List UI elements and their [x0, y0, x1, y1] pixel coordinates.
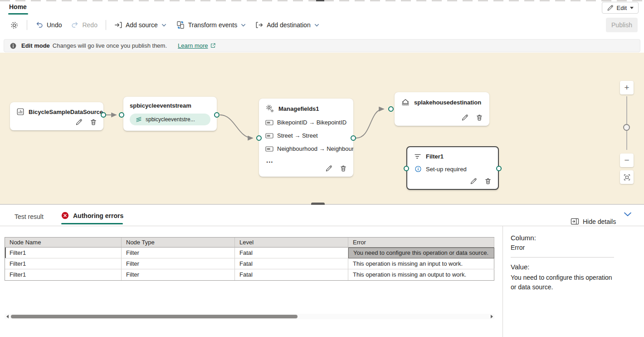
stream-pill-label: spbicycleeventstre...	[146, 116, 195, 123]
field-icon	[265, 133, 273, 139]
tab-test-result[interactable]: Test result	[15, 213, 44, 220]
add-destination-icon	[255, 21, 263, 29]
scroll-right-arrow[interactable]	[489, 314, 494, 319]
lakehouse-icon	[401, 98, 410, 107]
value-label: Value:	[511, 263, 644, 271]
fit-to-view-button[interactable]	[620, 170, 634, 184]
redo-button[interactable]: Redo	[66, 18, 102, 32]
fit-to-view-icon	[623, 173, 631, 181]
edge-managefields-to-destination	[356, 109, 384, 138]
selected-error-cell[interactable]: You need to configure this operation or …	[348, 248, 494, 258]
stream-waves-icon	[135, 116, 142, 123]
stream-pill[interactable]: spbicycleeventstre...	[130, 114, 210, 125]
chevron-down-icon	[630, 7, 634, 9]
column-header-node-name[interactable]: Node Name	[5, 238, 122, 248]
column-header-level[interactable]: Level	[235, 238, 348, 248]
field-icon	[265, 146, 273, 152]
toolbar-separator	[106, 20, 106, 30]
zoom-out-button[interactable]: −	[620, 154, 634, 167]
edit-pencil-icon[interactable]	[325, 165, 332, 172]
output-port[interactable]	[351, 135, 356, 141]
input-port[interactable]	[388, 106, 394, 112]
zoom-in-button[interactable]: +	[620, 81, 634, 94]
eventstream-editor: Home Edit Undo Redo	[0, 0, 644, 337]
edit-pencil-icon[interactable]	[470, 178, 477, 185]
transform-events-label: Transform events	[188, 21, 237, 29]
chevron-down-icon	[161, 22, 167, 28]
add-destination-label: Add destination	[267, 21, 311, 29]
undo-button[interactable]: Undo	[31, 18, 66, 32]
delete-trash-icon[interactable]	[340, 165, 347, 172]
plus-icon: +	[624, 83, 629, 93]
zoom-slider-track[interactable]	[626, 96, 627, 150]
delete-trash-icon[interactable]	[484, 178, 492, 185]
filter-icon	[414, 152, 422, 160]
table-row[interactable]: Filter1 Filter Fatal This operation is m…	[5, 269, 494, 280]
transform-events-icon	[176, 20, 185, 30]
info-circle-icon	[415, 165, 422, 173]
add-source-icon	[114, 21, 122, 29]
command-toolbar: Undo Redo Add source Transform events	[0, 15, 644, 35]
setup-required-status: Set-up required	[407, 160, 498, 173]
bar-chart-icon	[16, 108, 24, 116]
add-source-button[interactable]: Add source	[110, 18, 171, 32]
minus-icon: −	[624, 155, 629, 165]
external-link-icon	[210, 43, 216, 49]
node-title: Filter1	[426, 153, 444, 160]
table-row[interactable]: Filter1 Filter Fatal This operation is m…	[5, 258, 494, 269]
output-port[interactable]	[101, 112, 106, 118]
add-source-label: Add source	[126, 21, 158, 29]
results-panel: Test result Authoring errors Hide detail…	[0, 205, 644, 337]
scroll-left-arrow[interactable]	[5, 314, 10, 319]
cell-details-panel: Column: Error Value: You need to configu…	[503, 226, 644, 337]
edge-stream-to-managefields	[220, 115, 253, 138]
node-splakehousedestination[interactable]: splakehousedestination	[395, 92, 489, 126]
info-icon	[10, 42, 17, 50]
eventstream-canvas[interactable]: BicycleSampleDataSource spbicycleeventst…	[0, 53, 644, 204]
double-gear-icon	[265, 104, 274, 113]
input-port[interactable]	[119, 112, 124, 118]
node-title: Managefields1	[278, 105, 319, 112]
learn-more-link[interactable]: Learn more	[178, 42, 215, 49]
column-header-node-type[interactable]: Node Type	[122, 238, 235, 248]
right-triangle-icon	[491, 315, 493, 318]
pencil-icon	[607, 5, 614, 11]
undo-label: Undo	[47, 21, 62, 29]
column-header-error[interactable]: Error	[348, 238, 494, 248]
add-destination-button[interactable]: Add destination	[251, 18, 324, 32]
node-bicycle-sample-data-source[interactable]: BicycleSampleDataSource	[10, 102, 103, 130]
redo-label: Redo	[82, 21, 97, 29]
tab-authoring-errors[interactable]: Authoring errors	[61, 212, 123, 219]
transform-events-button[interactable]: Transform events	[171, 18, 251, 32]
publish-button[interactable]: Publish	[606, 18, 638, 32]
gear-icon	[10, 21, 19, 30]
input-port[interactable]	[256, 135, 262, 141]
delete-trash-icon[interactable]	[90, 119, 97, 126]
output-port[interactable]	[214, 112, 220, 118]
hide-details-button[interactable]: Hide details	[571, 218, 616, 225]
chevron-down-icon	[314, 22, 320, 28]
edit-pencil-icon[interactable]	[75, 119, 83, 126]
node-filter1[interactable]: Filter1 Set-up required	[406, 146, 499, 190]
output-port[interactable]	[496, 166, 502, 171]
field-icon	[265, 120, 273, 125]
details-divider	[511, 257, 614, 258]
settings-button[interactable]	[5, 18, 23, 32]
horizontal-scrollbar[interactable]	[5, 314, 494, 319]
zoom-slider-thumb[interactable]	[623, 124, 630, 131]
node-managefields1[interactable]: Managefields1 BikepointID → BikepointID …	[259, 99, 353, 177]
collapse-panel-chevron-icon[interactable]	[622, 208, 633, 219]
node-spbicycleeventstream[interactable]: spbicycleeventstream spbicycleeventstre.…	[123, 97, 217, 131]
node-title: splakehousedestination	[414, 99, 481, 106]
input-port[interactable]	[404, 166, 409, 171]
scrollbar-track[interactable]	[10, 314, 489, 319]
delete-trash-icon[interactable]	[476, 114, 483, 121]
table-row[interactable]: Filter1 Filter Fatal You need to configu…	[5, 248, 494, 258]
tab-home[interactable]: Home	[9, 3, 27, 10]
edit-mode-dropdown-button[interactable]: Edit	[602, 2, 639, 14]
node-title: BicycleSampleDataSource	[29, 109, 103, 115]
left-triangle-icon	[6, 315, 9, 318]
scrollbar-thumb[interactable]	[11, 315, 298, 318]
edit-pencil-icon[interactable]	[461, 114, 468, 121]
column-value: Error	[511, 244, 644, 251]
